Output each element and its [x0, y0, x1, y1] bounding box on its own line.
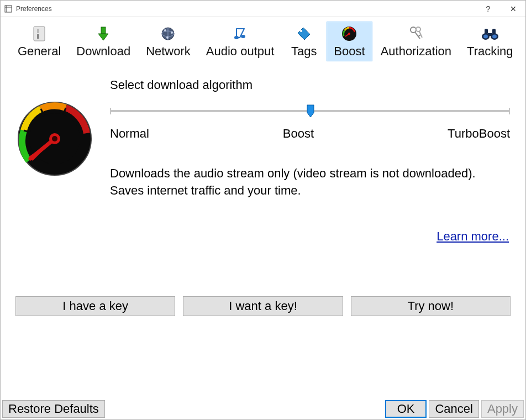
svg-rect-5: [37, 34, 39, 39]
boost-panel: Select download algorithm Normal Boost T…: [1, 61, 525, 244]
tab-label: General: [18, 44, 61, 59]
svg-point-13: [164, 29, 166, 32]
svg-rect-34: [488, 33, 492, 36]
ok-button[interactable]: OK: [385, 400, 427, 418]
tab-label: Tags: [291, 44, 317, 59]
tab-general[interactable]: General: [10, 22, 68, 61]
svg-point-44: [52, 136, 57, 141]
help-button[interactable]: ?: [476, 1, 501, 17]
tab-label: Audio output: [206, 44, 275, 59]
tab-label: Download: [76, 44, 130, 59]
tab-label: Network: [146, 44, 191, 59]
app-icon: [4, 4, 13, 13]
svg-point-23: [411, 27, 416, 33]
apply-button: Apply: [481, 400, 524, 418]
download-icon: [94, 24, 113, 43]
gauge-illustration: [16, 78, 93, 244]
tab-bar: General Download Network Audio output Ta…: [1, 17, 525, 61]
titlebar: Preferences ? ✕: [1, 1, 525, 17]
cancel-button[interactable]: Cancel: [429, 400, 478, 418]
svg-line-27: [419, 32, 422, 38]
svg-point-30: [483, 35, 488, 39]
boost-icon: [340, 24, 359, 43]
svg-rect-3: [34, 27, 45, 41]
tab-label: Authorization: [381, 44, 451, 59]
tab-authorization[interactable]: Authorization: [374, 22, 459, 61]
network-icon: [159, 24, 177, 43]
svg-rect-33: [492, 29, 496, 34]
slider-label-boost: Boost: [283, 127, 314, 141]
tab-network[interactable]: Network: [139, 22, 198, 61]
dialog-button-bar: Restore Defaults OK Cancel Apply: [2, 400, 524, 418]
algorithm-description: Downloads the audio stream only (video s…: [110, 165, 510, 200]
restore-defaults-button[interactable]: Restore Defaults: [2, 400, 105, 418]
try-now-button[interactable]: Try now!: [351, 296, 511, 316]
tag-icon: [294, 24, 313, 43]
audio-icon: [231, 24, 250, 43]
algorithm-slider[interactable]: [110, 100, 510, 124]
svg-point-17: [241, 35, 245, 38]
svg-point-31: [492, 35, 497, 39]
keys-icon: [407, 24, 425, 43]
tab-tracking[interactable]: Tracking: [460, 22, 520, 61]
binoculars-icon: [481, 24, 499, 43]
close-button[interactable]: ✕: [501, 1, 525, 17]
svg-point-15: [166, 36, 169, 39]
tab-label: Boost: [334, 44, 365, 59]
svg-line-25: [418, 35, 420, 36]
svg-rect-0: [5, 6, 12, 12]
tab-tags[interactable]: Tags: [282, 22, 325, 61]
svg-rect-4: [37, 29, 39, 33]
svg-point-22: [348, 33, 350, 35]
tab-audio-output[interactable]: Audio output: [199, 22, 282, 61]
have-key-button[interactable]: I have a key: [15, 296, 175, 316]
slider-label-normal: Normal: [110, 127, 149, 141]
svg-point-16: [234, 36, 239, 39]
svg-point-19: [300, 30, 302, 32]
svg-point-26: [416, 27, 420, 32]
general-icon: [30, 24, 49, 43]
tab-download[interactable]: Download: [69, 22, 138, 61]
svg-point-14: [171, 32, 173, 34]
svg-rect-6: [101, 27, 106, 34]
svg-marker-45: [307, 105, 314, 117]
svg-marker-7: [98, 34, 108, 40]
algorithm-heading: Select download algorithm: [110, 78, 510, 92]
tab-boost[interactable]: Boost: [327, 22, 372, 61]
want-key-button[interactable]: I want a key!: [183, 296, 343, 316]
svg-rect-32: [485, 29, 488, 34]
svg-marker-18: [298, 28, 310, 40]
slider-label-turbo: TurboBoost: [448, 127, 510, 141]
learn-more-link[interactable]: Learn more...: [436, 229, 509, 243]
license-button-row: I have a key I want a key! Try now!: [15, 296, 511, 316]
window-title: Preferences: [16, 5, 476, 13]
tab-label: Tracking: [467, 44, 513, 59]
